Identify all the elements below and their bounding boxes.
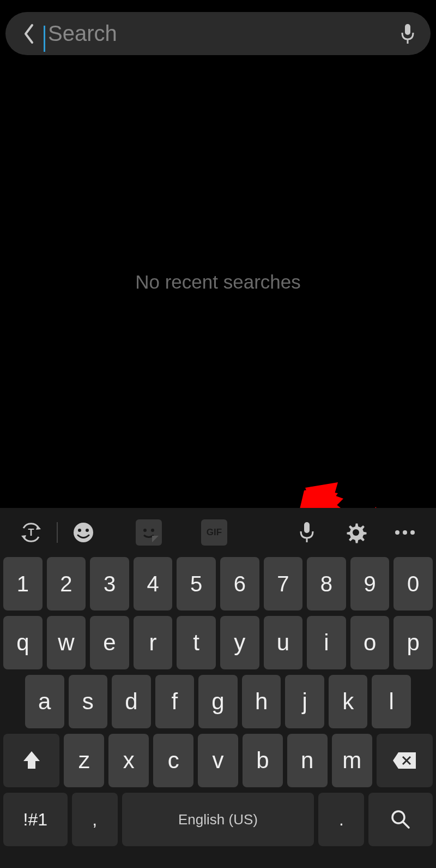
key-h[interactable]: h: [242, 675, 281, 728]
backspace-icon: [392, 751, 417, 770]
search-input-container: [44, 21, 397, 46]
key-c[interactable]: c: [153, 734, 193, 787]
key-z[interactable]: z: [64, 734, 104, 787]
key-backspace[interactable]: [377, 734, 433, 787]
svg-point-12: [151, 529, 154, 532]
key-symbols[interactable]: !#1: [3, 793, 68, 846]
svg-point-10: [86, 529, 89, 532]
key-g[interactable]: g: [198, 675, 238, 728]
more-options-button[interactable]: [380, 516, 429, 549]
gif-icon: GIF: [201, 519, 227, 546]
sticker-button[interactable]: [124, 516, 173, 549]
key-v[interactable]: v: [198, 734, 238, 787]
key-5[interactable]: 5: [177, 557, 216, 610]
sticker-icon: [136, 519, 162, 546]
shift-icon: [22, 750, 41, 771]
svg-rect-13: [304, 522, 310, 533]
key-space[interactable]: English (US): [122, 793, 314, 846]
key-1[interactable]: 1: [3, 557, 43, 610]
key-n[interactable]: n: [287, 734, 328, 787]
svg-line-22: [403, 822, 409, 828]
no-recent-searches-label: No recent searches: [135, 271, 300, 293]
key-d[interactable]: d: [112, 675, 151, 728]
search-bar: [5, 12, 431, 55]
chevron-left-icon: [22, 23, 35, 45]
key-4[interactable]: 4: [134, 557, 173, 610]
key-u[interactable]: u: [264, 616, 303, 669]
svg-point-21: [392, 811, 404, 823]
key-o[interactable]: o: [350, 616, 390, 669]
key-a[interactable]: a: [25, 675, 64, 728]
emoji-button[interactable]: [59, 516, 108, 549]
svg-point-18: [410, 530, 415, 535]
key-7[interactable]: 7: [264, 557, 303, 610]
svg-point-17: [403, 530, 407, 535]
key-f[interactable]: f: [155, 675, 195, 728]
key-search[interactable]: [368, 793, 433, 846]
voice-input-button[interactable]: [282, 516, 331, 549]
key-t[interactable]: t: [177, 616, 216, 669]
key-r[interactable]: r: [134, 616, 173, 669]
key-w[interactable]: w: [47, 616, 86, 669]
key-i[interactable]: i: [307, 616, 346, 669]
key-s[interactable]: s: [69, 675, 108, 728]
keyboard-settings-button[interactable]: [331, 516, 380, 549]
svg-point-16: [395, 530, 399, 535]
key-shift[interactable]: [3, 734, 59, 787]
key-l[interactable]: l: [372, 675, 411, 728]
text-mode-button[interactable]: T: [7, 516, 56, 549]
microphone-icon: [400, 23, 415, 45]
text-cycle-icon: T: [19, 520, 43, 544]
key-period[interactable]: .: [318, 793, 364, 846]
key-x[interactable]: x: [108, 734, 149, 787]
back-button[interactable]: [15, 20, 43, 47]
keyboard-keys: 1 2 3 4 5 6 7 8 9 0 q w e r t y u i o p …: [0, 557, 436, 846]
key-b[interactable]: b: [243, 734, 283, 787]
svg-point-8: [74, 523, 93, 542]
svg-text:T: T: [28, 527, 34, 538]
key-k[interactable]: k: [329, 675, 368, 728]
gear-icon: [344, 521, 367, 544]
key-q[interactable]: q: [3, 616, 43, 669]
key-9[interactable]: 9: [350, 557, 390, 610]
emoji-icon: [71, 520, 95, 544]
key-8[interactable]: 8: [307, 557, 346, 610]
gif-button[interactable]: GIF: [190, 516, 239, 549]
search-input[interactable]: [44, 21, 397, 46]
more-horizontal-icon: [394, 529, 416, 536]
text-cursor: [44, 26, 45, 52]
key-p[interactable]: p: [393, 616, 433, 669]
search-icon: [390, 809, 411, 830]
key-y[interactable]: y: [220, 616, 259, 669]
key-j[interactable]: j: [285, 675, 324, 728]
svg-point-11: [143, 529, 147, 532]
key-comma[interactable]: ,: [72, 793, 118, 846]
microphone-icon: [299, 520, 315, 544]
key-0[interactable]: 0: [393, 557, 433, 610]
key-e[interactable]: e: [90, 616, 129, 669]
voice-search-button[interactable]: [397, 23, 419, 45]
svg-rect-0: [405, 24, 410, 35]
svg-point-15: [353, 529, 359, 536]
toolbar-divider: [57, 522, 58, 543]
key-6[interactable]: 6: [220, 557, 259, 610]
key-3[interactable]: 3: [90, 557, 129, 610]
key-2[interactable]: 2: [47, 557, 86, 610]
key-m[interactable]: m: [332, 734, 372, 787]
keyboard-toolbar: T GIF: [0, 508, 436, 557]
content-area: No recent searches: [0, 56, 436, 508]
svg-point-9: [78, 529, 81, 532]
on-screen-keyboard: T GIF: [0, 508, 436, 868]
